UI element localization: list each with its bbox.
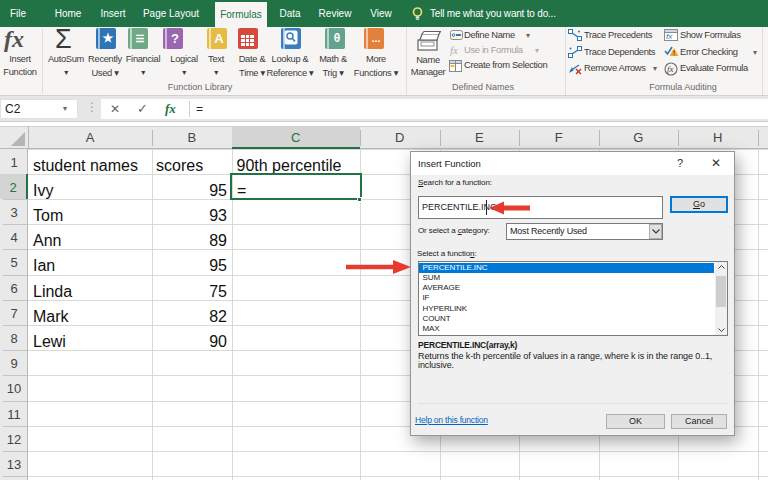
- svg-text:fx: fx: [666, 32, 673, 41]
- svg-text:fx: fx: [667, 64, 674, 74]
